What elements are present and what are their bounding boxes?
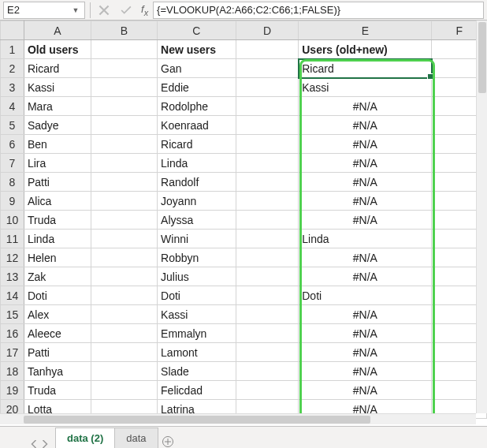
cell-E15[interactable]: #N/A	[299, 305, 432, 324]
rowhead[interactable]: 5	[1, 116, 24, 135]
cell-E19[interactable]: #N/A	[299, 381, 432, 400]
cell-C18[interactable]: Slade	[158, 362, 236, 381]
rowhead[interactable]: 16	[1, 324, 24, 343]
cell-B10[interactable]	[91, 211, 157, 230]
cell-D12[interactable]	[236, 248, 298, 267]
cell-E16[interactable]: #N/A	[299, 324, 432, 343]
cell-E17[interactable]: #N/A	[299, 343, 432, 362]
colhead-A[interactable]: A	[24, 21, 91, 40]
cell-B19[interactable]	[91, 381, 157, 400]
cell-B15[interactable]	[91, 305, 157, 324]
cell-C5[interactable]: Koenraad	[158, 116, 236, 135]
rowhead[interactable]: 18	[1, 362, 24, 381]
cell-B12[interactable]	[91, 248, 157, 267]
cell-E7[interactable]: #N/A	[299, 154, 432, 173]
cell-A7[interactable]: Lira	[24, 154, 91, 173]
cell-E5[interactable]: #N/A	[299, 116, 432, 135]
cell-C12[interactable]: Robbyn	[158, 248, 236, 267]
vertical-scrollbar[interactable]	[476, 21, 487, 413]
cell-E8[interactable]: #N/A	[299, 173, 432, 192]
cell-C4[interactable]: Rodolphe	[158, 97, 236, 116]
cell-D17[interactable]	[236, 343, 298, 362]
cell-C6[interactable]: Ricard	[158, 135, 236, 154]
cell-B4[interactable]	[91, 97, 157, 116]
name-box-dropdown-icon[interactable]: ▼	[70, 6, 81, 14]
cell-D14[interactable]	[236, 286, 298, 305]
sheet-tab[interactable]: data (2)	[55, 427, 115, 448]
cell-B6[interactable]	[91, 135, 157, 154]
rowhead[interactable]: 2	[1, 59, 24, 78]
cell-B9[interactable]	[91, 192, 157, 211]
cell-B2[interactable]	[91, 59, 157, 78]
cell-D1[interactable]	[236, 40, 298, 59]
cancel-formula-button[interactable]	[95, 2, 113, 18]
cell-A16[interactable]: Aleece	[24, 324, 91, 343]
cell-C7[interactable]: Linda	[158, 154, 236, 173]
cell-E14[interactable]: Doti	[299, 286, 432, 305]
horizontal-scrollbar[interactable]	[0, 413, 476, 424]
spreadsheet-grid[interactable]: A B C D E F 1Old usersNew usersUsers (ol…	[0, 21, 487, 419]
cell-D3[interactable]	[236, 78, 298, 97]
cell-D7[interactable]	[236, 154, 298, 173]
cell-B17[interactable]	[91, 343, 157, 362]
colhead-C[interactable]: C	[158, 21, 236, 40]
cell-B16[interactable]	[91, 324, 157, 343]
cell-E13[interactable]: #N/A	[299, 267, 432, 286]
cell-C11[interactable]: Winni	[158, 230, 236, 248]
cell-B14[interactable]	[91, 286, 157, 305]
cell-E2[interactable]: Ricard	[299, 59, 432, 78]
cell-D15[interactable]	[236, 305, 298, 324]
horizontal-scrollbar-thumb[interactable]	[24, 416, 370, 424]
rowhead[interactable]: 9	[1, 192, 24, 211]
cell-B8[interactable]	[91, 173, 157, 192]
rowhead[interactable]: 14	[1, 286, 24, 305]
cell-E10[interactable]: #N/A	[299, 211, 432, 230]
rowhead[interactable]: 8	[1, 173, 24, 192]
rowhead[interactable]: 3	[1, 78, 24, 97]
cell-D11[interactable]	[236, 230, 298, 248]
cell-D10[interactable]	[236, 211, 298, 230]
cell-D13[interactable]	[236, 267, 298, 286]
cell-A18[interactable]: Tanhya	[24, 362, 91, 381]
cell-A15[interactable]: Alex	[24, 305, 91, 324]
cell-D6[interactable]	[236, 135, 298, 154]
cell-B11[interactable]	[91, 230, 157, 248]
name-box[interactable]: E2 ▼	[3, 2, 85, 19]
cell-A8[interactable]: Patti	[24, 173, 91, 192]
tabs-nav[interactable]	[24, 440, 55, 448]
rowhead[interactable]: 12	[1, 248, 24, 267]
cell-D8[interactable]	[236, 173, 298, 192]
cell-E3[interactable]: Kassi	[299, 78, 432, 97]
cell-C2[interactable]: Gan	[158, 59, 236, 78]
cell-E4[interactable]: #N/A	[299, 97, 432, 116]
cell-B3[interactable]	[91, 78, 157, 97]
cell-A11[interactable]: Linda	[24, 230, 91, 248]
cell-C3[interactable]: Eddie	[158, 78, 236, 97]
select-all-corner[interactable]	[1, 21, 24, 40]
cell-A1[interactable]: Old users	[24, 40, 91, 59]
cell-C16[interactable]: Emmalyn	[158, 324, 236, 343]
rowhead[interactable]: 7	[1, 154, 24, 173]
vertical-scrollbar-thumb[interactable]	[478, 22, 486, 93]
cell-E1[interactable]: Users (old+new)	[299, 40, 432, 59]
cell-A13[interactable]: Zak	[24, 267, 91, 286]
sheet-tab[interactable]: data	[114, 427, 158, 448]
cell-B1[interactable]	[91, 40, 157, 59]
cell-E18[interactable]: #N/A	[299, 362, 432, 381]
rowhead[interactable]: 19	[1, 381, 24, 400]
rowhead[interactable]: 15	[1, 305, 24, 324]
cell-C1[interactable]: New users	[158, 40, 236, 59]
cell-D2[interactable]	[236, 59, 298, 78]
cell-A3[interactable]: Kassi	[24, 78, 91, 97]
cell-A14[interactable]: Doti	[24, 286, 91, 305]
accept-formula-button[interactable]	[117, 2, 135, 18]
cell-A19[interactable]: Truda	[24, 381, 91, 400]
cell-A12[interactable]: Helen	[24, 248, 91, 267]
cell-D9[interactable]	[236, 192, 298, 211]
cell-A6[interactable]: Ben	[24, 135, 91, 154]
cell-D4[interactable]	[236, 97, 298, 116]
cell-A5[interactable]: Sadye	[24, 116, 91, 135]
cell-E11[interactable]: Linda	[299, 230, 432, 248]
colhead-E[interactable]: E	[299, 21, 432, 40]
fx-icon[interactable]: fx	[141, 3, 148, 17]
